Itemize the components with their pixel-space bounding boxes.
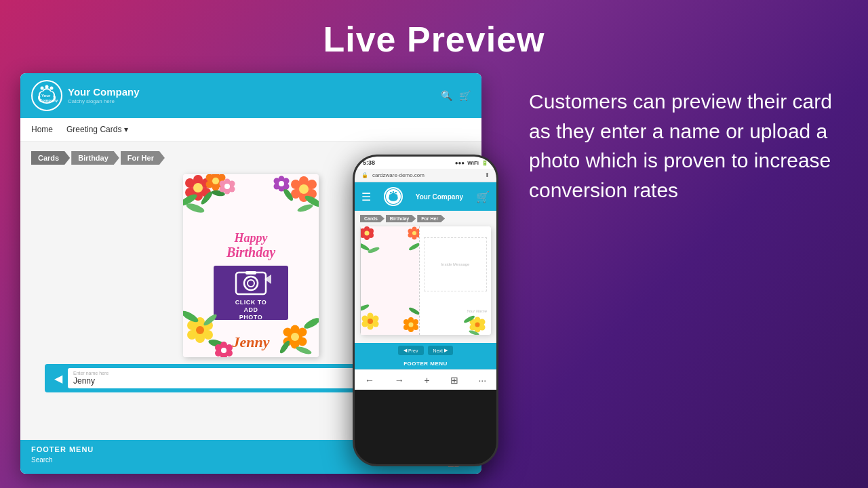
page-title: Live Preview: [0, 0, 868, 73]
svg-point-141: [408, 327, 414, 332]
svg-point-22: [193, 183, 203, 192]
svg-point-138: [408, 317, 414, 323]
greeting-card: Happy Birthday CLICK: [183, 174, 319, 357]
phone-inside-flower-icon: [464, 311, 491, 335]
description-text: Customers can preview their card as they…: [529, 87, 841, 205]
content-area: Your Company Your Company Catchy slogan …: [0, 73, 868, 474]
footer-title-1: FOOTER MENU: [31, 445, 94, 453]
svg-point-136: [368, 319, 373, 324]
browser-tabs-icon[interactable]: ⊞: [450, 375, 458, 386]
svg-text:Jenny: Jenny: [232, 333, 270, 350]
wifi-icon: WiFi: [467, 160, 479, 166]
svg-point-28: [206, 181, 214, 188]
footer-search[interactable]: Search: [31, 456, 94, 464]
svg-point-94: [298, 328, 307, 337]
svg-point-134: [362, 321, 368, 327]
browser-nav-icons: 🔍 🛒: [441, 90, 471, 101]
svg-point-6: [45, 85, 49, 89]
svg-point-127: [408, 229, 413, 234]
svg-point-110: [393, 191, 395, 193]
svg-point-140: [413, 325, 418, 330]
phone-bc-cards[interactable]: Cards: [360, 215, 384, 222]
phone-company-name: Your Company: [416, 193, 463, 201]
phone-card-left: [360, 226, 419, 335]
prev-button[interactable]: ◀: [52, 372, 65, 385]
svg-point-144: [409, 323, 414, 327]
share-icon: ⬆: [485, 172, 490, 178]
svg-rect-68: [245, 271, 256, 274]
phone-mockup: 5:38 ●●● WiFi 🔋 🔒 cardzware-demo.com ⬆ ☰: [353, 155, 498, 466]
svg-point-7: [50, 87, 54, 90]
svg-point-5: [41, 87, 44, 90]
prev-icon: ◀: [403, 348, 407, 353]
inside-message: Inside Message: [424, 237, 487, 291]
svg-point-158: [475, 323, 479, 327]
browser-forward-icon[interactable]: →: [395, 375, 404, 386]
nav-greeting-cards[interactable]: Greeting Cards ▾: [66, 122, 128, 137]
phone-status-icons: ●●● WiFi 🔋: [455, 160, 488, 166]
phone-bc-for-her[interactable]: For Her: [417, 215, 445, 222]
footer-col-1: FOOTER MENU Search: [31, 445, 94, 464]
phone-hamburger-icon[interactable]: ☰: [361, 190, 371, 203]
svg-point-142: [403, 325, 409, 330]
phone-card-left-svg: [360, 226, 419, 335]
browser-plus-icon[interactable]: +: [425, 375, 430, 386]
svg-text:Happy: Happy: [234, 231, 269, 245]
svg-point-111: [395, 192, 397, 194]
svg-point-98: [283, 328, 292, 337]
company-tagline: Catchy slogan here: [68, 98, 115, 104]
svg-point-29: [206, 174, 214, 182]
phone-footer-title: FOOTER MENU: [360, 361, 491, 367]
phone-body: Cards Birthday For Her: [355, 211, 496, 343]
svg-point-153: [479, 319, 485, 325]
prev-nav-button[interactable]: ◀ Prev: [398, 346, 423, 355]
phone-cart-icon[interactable]: 🛒: [476, 190, 490, 203]
svg-point-99: [291, 333, 299, 341]
nav-home[interactable]: Home: [31, 122, 53, 137]
browser-logo-area: Your Company Your Company Catchy slogan …: [31, 80, 140, 111]
svg-point-130: [368, 313, 374, 319]
phone-browser-nav: ☰ Your Company 🛒: [355, 182, 496, 211]
svg-point-91: [221, 348, 226, 353]
company-name: Your Company: [68, 87, 140, 98]
svg-point-61: [279, 181, 284, 186]
svg-text:Birthday: Birthday: [226, 245, 275, 260]
svg-text:ADD: ADD: [244, 306, 258, 313]
signal-icon: ●●●: [455, 160, 465, 166]
svg-point-108: [391, 193, 395, 198]
phone-time: 5:38: [363, 159, 375, 166]
svg-text:Company: Company: [39, 98, 58, 102]
phone-breadcrumb: Cards Birthday For Her: [360, 215, 491, 222]
svg-point-78: [187, 330, 197, 340]
svg-point-76: [203, 330, 213, 340]
browser-more-icon[interactable]: ···: [478, 375, 486, 386]
svg-point-21: [185, 178, 195, 188]
browser-nav: Your Company Your Company Catchy slogan …: [20, 73, 481, 118]
phone-bc-birthday[interactable]: Birthday: [386, 215, 416, 222]
svg-point-120: [365, 231, 370, 236]
svg-point-143: [403, 319, 409, 325]
next-icon: ▶: [444, 348, 448, 353]
breadcrumb-birthday[interactable]: Birthday: [71, 151, 119, 165]
svg-point-131: [373, 316, 379, 322]
search-icon: 🔍: [441, 90, 452, 101]
phone-logo-icon: [385, 188, 401, 205]
svg-point-132: [373, 321, 379, 327]
svg-text:PHOTO: PHOTO: [239, 314, 262, 321]
breadcrumb-for-her[interactable]: For Her: [121, 151, 165, 165]
svg-point-135: [362, 316, 368, 322]
browser-back-icon[interactable]: ←: [365, 375, 374, 386]
next-nav-button[interactable]: Next ▶: [428, 346, 453, 355]
name-input[interactable]: [73, 376, 374, 386]
phone-logo: [384, 187, 403, 206]
svg-point-45: [307, 180, 317, 189]
svg-point-50: [299, 184, 309, 194]
card-svg: Happy Birthday CLICK: [183, 174, 319, 357]
svg-text:Your: Your: [41, 94, 51, 98]
svg-point-16: [193, 175, 203, 184]
cart-icon: 🛒: [459, 90, 471, 101]
breadcrumb-cards[interactable]: Cards: [31, 151, 70, 165]
phone-browser-bottom: ← → + ⊞ ···: [355, 369, 496, 390]
svg-point-49: [291, 180, 300, 189]
svg-point-25: [218, 174, 226, 182]
